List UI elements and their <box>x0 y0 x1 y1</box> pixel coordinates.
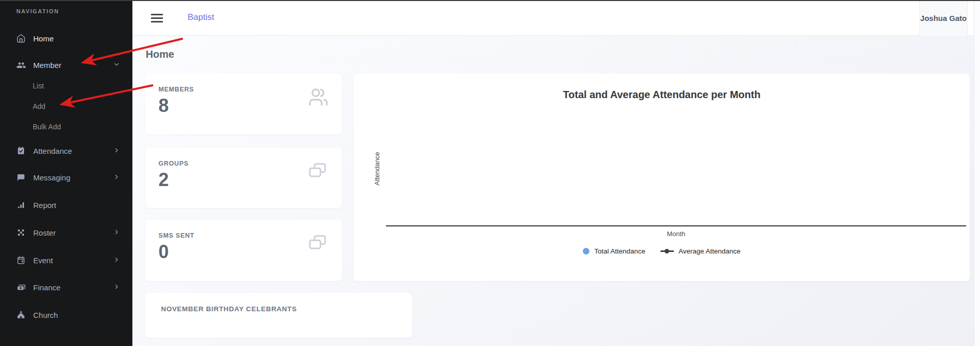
stat-label: MEMBERS <box>158 86 194 93</box>
stack-icon <box>307 161 328 181</box>
sidebar-item-church[interactable]: Church <box>0 306 132 324</box>
sidebar-subitem-list[interactable]: List <box>33 80 44 92</box>
sidebar-heading: NAVIGATION <box>16 8 59 14</box>
sidebar-item-finance[interactable]: Finance <box>0 278 132 296</box>
legend-label: Average Attendance <box>678 247 740 255</box>
chat-icon <box>15 172 27 182</box>
stat-label: SMS SENT <box>158 232 194 239</box>
sidebar: NAVIGATION Home Member List Add Bulk Add… <box>0 0 132 346</box>
sidebar-subitem-bulk-add[interactable]: Bulk Add <box>33 121 61 133</box>
chevron-right-icon <box>113 147 120 154</box>
sidebar-item-messaging[interactable]: Messaging <box>0 168 132 187</box>
chart-y-axis-label: Attendance <box>373 135 381 202</box>
legend-circle-marker <box>583 248 589 255</box>
menu-toggle-button[interactable] <box>151 14 163 22</box>
chart-x-axis-label: Month <box>386 230 966 238</box>
user-name: Joshua Gato <box>920 14 967 22</box>
stat-label: GROUPS <box>158 160 189 167</box>
sidebar-item-attendance[interactable]: Attendance <box>0 142 132 160</box>
legend-item-total-attendance: Total Attendance <box>583 247 645 255</box>
chevron-right-icon <box>113 256 120 263</box>
calendar-icon <box>15 255 27 265</box>
sidebar-item-report[interactable]: Report <box>0 196 132 214</box>
sidebar-item-label: Report <box>33 201 56 210</box>
sidebar-item-label: Home <box>33 34 54 43</box>
sidebar-subitem-label: List <box>33 82 44 90</box>
main-content: Home MEMBERS 8 GROUPS 2 SMS SENT 0 Total… <box>132 36 974 346</box>
stat-value: 0 <box>158 241 169 263</box>
sms-sent-stat-card: SMS SENT 0 <box>145 220 342 281</box>
window-top-edge <box>0 0 980 1</box>
sidebar-item-label: Event <box>33 256 53 265</box>
home-icon <box>15 33 27 43</box>
stat-value: 8 <box>158 95 169 117</box>
sidebar-item-label: Member <box>33 61 61 70</box>
chart-title: Total and Average Attendance per Month <box>354 89 970 101</box>
birthday-celebrants-card: NOVEMBER BIRTHDAY CELEBRANTS <box>145 293 412 338</box>
sidebar-item-label: Messaging <box>33 173 71 182</box>
user-menu[interactable]: Joshua Gato <box>919 0 968 36</box>
sidebar-item-label: Attendance <box>33 147 72 155</box>
chart-legend: Total Attendance Average Attendance <box>354 247 970 255</box>
chevron-right-icon <box>113 173 120 180</box>
sidebar-item-home[interactable]: Home <box>0 29 132 48</box>
chevron-right-icon <box>113 283 120 290</box>
legend-line-dot-marker <box>660 248 674 255</box>
top-bar: Baptist Joshua Gato <box>132 0 974 36</box>
money-icon <box>15 282 27 292</box>
page-title: Home <box>146 49 174 60</box>
sidebar-item-label: Church <box>33 311 58 319</box>
church-icon <box>15 310 27 320</box>
brand-link[interactable]: Baptist <box>188 12 214 22</box>
birthday-card-title: NOVEMBER BIRTHDAY CELEBRANTS <box>161 305 297 313</box>
sidebar-subitem-add[interactable]: Add <box>33 100 45 112</box>
chevron-right-icon <box>113 228 120 236</box>
chart-x-axis <box>386 225 966 226</box>
attendance-chart-card: Total and Average Attendance per Month A… <box>354 74 970 281</box>
legend-item-average-attendance: Average Attendance <box>660 247 740 255</box>
legend-label: Total Attendance <box>594 247 645 255</box>
sidebar-item-label: Roster <box>33 228 56 237</box>
users-icon <box>15 60 27 70</box>
users-outline-icon <box>307 87 328 107</box>
scrollbar[interactable] <box>974 0 980 346</box>
stat-value: 2 <box>158 169 169 191</box>
grid-icon <box>15 227 27 238</box>
sidebar-item-event[interactable]: Event <box>0 251 132 269</box>
sidebar-subitem-label: Bulk Add <box>33 123 61 131</box>
sidebar-item-roster[interactable]: Roster <box>0 223 132 242</box>
chevron-down-icon <box>113 61 120 68</box>
calendar-check-icon <box>15 146 27 156</box>
stack-icon <box>307 233 328 253</box>
groups-stat-card: GROUPS 2 <box>145 148 342 208</box>
sidebar-subitem-label: Add <box>33 102 45 110</box>
members-stat-card: MEMBERS 8 <box>145 74 342 134</box>
bar-chart-icon <box>15 200 27 210</box>
sidebar-item-member[interactable]: Member <box>0 56 132 74</box>
sidebar-item-label: Finance <box>33 283 60 292</box>
